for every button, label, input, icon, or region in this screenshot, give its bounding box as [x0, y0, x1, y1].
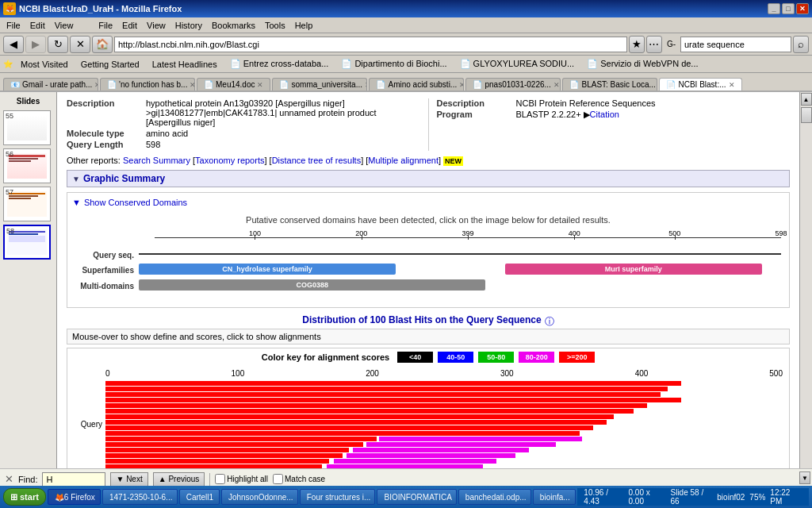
hit-row-16 [105, 464, 783, 468]
menu-help[interactable]: Help [290, 19, 318, 32]
find-previous-btn[interactable]: ▲ Previous [153, 472, 205, 487]
bookmark-dipartimento[interactable]: 📄 Dipartimento di Biochi... [336, 58, 451, 70]
bookmark-star[interactable]: ⋯ [646, 36, 662, 53]
search-summary-link[interactable]: Search Summary [123, 156, 190, 165]
search-box[interactable] [680, 37, 791, 52]
tab-amino[interactable]: 📄Amino acid substi...✕ [369, 78, 464, 90]
tab-meu14[interactable]: 📄Meu14.doc✕ [197, 78, 270, 90]
menu-edit[interactable]: Edit [117, 19, 142, 32]
taskbar-firefox[interactable]: 🦊 6 Firefox [48, 489, 101, 505]
match-case-label[interactable]: Match case [273, 474, 325, 484]
bookmark-servizio[interactable]: 📄 Servizio di WebVPN de... [582, 58, 703, 70]
start-label: start [20, 492, 39, 502]
tab-somma[interactable]: 📄somma_universita...✕ [272, 78, 367, 90]
menu-edit1[interactable]: Edit [25, 19, 50, 32]
search-go-button[interactable]: ⌕ [793, 36, 809, 53]
scroll-up-btn[interactable]: ▲ [801, 93, 812, 106]
menu-tools[interactable]: Tools [260, 19, 290, 32]
chart-body: 0100200300400500 [105, 368, 783, 468]
tab-nofunction[interactable]: 📄'no function has b...✕ [100, 78, 195, 90]
cog0388-bar[interactable]: COG0388 [139, 279, 485, 291]
scroll-down-btn[interactable]: ▼ [799, 471, 810, 484]
slide-58[interactable]: 58 [3, 225, 51, 260]
show-conserved-toggle[interactable]: ▼ Show Conserved Domains [72, 198, 784, 207]
menu-view1[interactable]: View [50, 19, 79, 32]
tab-ncbi-blast[interactable]: 📄NCBI Blast:...✕ [659, 78, 741, 90]
slide-55[interactable]: 55 [3, 110, 51, 145]
go-button[interactable]: ★ [629, 36, 645, 53]
ruler-tick-500 [675, 235, 676, 240]
menu-file[interactable]: File [94, 19, 117, 32]
taskbar-cartell[interactable]: Cartell1 [179, 489, 220, 505]
query-seq-row: Query seq. [75, 248, 781, 261]
ruler-tick-200 [362, 235, 362, 240]
tab-blast-basic[interactable]: 📄BLAST: Basic Loca...✕ [562, 78, 657, 90]
bookmark-most-visited[interactable]: Most Visited [16, 59, 73, 70]
page-info-section: Description hypothetical protein An13g03… [67, 98, 790, 151]
start-button[interactable]: ⊞ start [3, 488, 46, 506]
highlight-all-label[interactable]: Highlight all [215, 474, 268, 484]
maximize-button[interactable]: □ [782, 3, 795, 14]
stop-button[interactable]: ✕ [70, 36, 90, 53]
match-case-checkbox[interactable] [273, 474, 283, 484]
hit-row-10 [105, 431, 783, 436]
hit-row-15 [105, 459, 783, 464]
slide-56-number: 56 [6, 150, 13, 158]
taskbar-1471[interactable]: 1471-2350-10-6... [102, 489, 178, 505]
taskbar: ⊞ start 🦊 6 Firefox 1471-2350-10-6... Ca… [0, 486, 812, 508]
find-next-btn[interactable]: ▼ Next [110, 472, 147, 487]
bookmark-entrez[interactable]: 📄 Entrez cross-databa... [225, 58, 334, 70]
taskbar-bioinformatica[interactable]: BIOINFORMATICA [377, 489, 456, 505]
multiple-alignment-link[interactable]: Multiple alignment [368, 156, 439, 165]
taskbar-zoom: 75% [749, 493, 765, 502]
slide-57[interactable]: 57 [3, 187, 51, 221]
menu-view[interactable]: View [142, 19, 170, 32]
cn-hydrolase-bar[interactable]: CN_hydrolase superfamily [139, 264, 396, 275]
firefox-icon: 🦊 [3, 2, 16, 15]
scrollbar[interactable]: ▲ ▼ [799, 92, 812, 468]
muri-bar[interactable]: MurI superfamily [505, 264, 762, 275]
tab-gmail[interactable]: 📧Gmail - urate path...✕ [3, 78, 98, 90]
citation-link[interactable]: Citation [590, 110, 619, 119]
help-icon[interactable]: ⓘ [545, 315, 554, 329]
ruler-598: 598 [775, 229, 787, 237]
window-titlebar: 🦊 NCBI Blast:UraD_UraH - Mozilla Firefox… [0, 0, 812, 17]
color-ge200: >=200 [559, 352, 595, 363]
find-close-btn[interactable]: ✕ [5, 473, 13, 485]
taskbar-bioinfa[interactable]: bioinfa... [533, 489, 576, 505]
menu-bookmarks[interactable]: Bookmarks [207, 19, 260, 32]
slide-56[interactable]: 56 [3, 148, 51, 183]
find-input[interactable] [42, 472, 105, 487]
bookmark-glyoxylurea[interactable]: 📄 GLYOXYLUREA SODIU... [455, 58, 580, 70]
slide-58-number: 58 [6, 227, 14, 235]
reload-button[interactable]: ↻ [48, 36, 68, 53]
address-bar[interactable] [114, 37, 627, 52]
color-40-50: 40-50 [438, 352, 473, 363]
forward-button[interactable]: ▶ [25, 36, 46, 53]
slides-panel: Slides 55 56 57 58 [0, 92, 57, 468]
home-button[interactable]: 🏠 [92, 36, 113, 53]
bookmark-headlines[interactable]: Latest Headlines [147, 59, 222, 70]
bookmark-getting-started[interactable]: Getting Started [76, 59, 144, 70]
main-layout: Slides 55 56 57 58 [0, 92, 812, 468]
distance-tree-link[interactable]: Distance tree of results [272, 156, 362, 165]
mouse-over-hint: Mouse-over to show define and scores, cl… [67, 329, 790, 344]
graphic-summary-header[interactable]: ▼ Graphic Summary [67, 170, 790, 187]
taskbar-coords: 10.96 / 4.43 [584, 488, 623, 506]
chart-area: Query 0100200300400500 [74, 368, 783, 468]
menu-history[interactable]: History [170, 19, 207, 32]
scroll-thumb[interactable] [801, 107, 812, 123]
back-button[interactable]: ◀ [3, 36, 24, 53]
ruler-tick-399 [468, 235, 469, 240]
menu-file1[interactable]: File [2, 19, 25, 32]
taskbar-four[interactable]: Four structures i... [300, 489, 376, 505]
slide-57-number: 57 [6, 188, 13, 196]
taxonomy-link[interactable]: Taxonomy reports [195, 156, 264, 165]
taskbar-banchedati[interactable]: banchedati.odp... [458, 489, 531, 505]
taskbar-johnson[interactable]: JohnsonOdonne... [221, 489, 298, 505]
close-button[interactable]: ✕ [796, 3, 809, 14]
minimize-button[interactable]: _ [768, 3, 780, 14]
querylength-value: 598 [146, 140, 420, 149]
highlight-all-checkbox[interactable] [215, 474, 225, 484]
tab-pnas[interactable]: 📄pnas01031-0226...✕ [465, 78, 561, 90]
